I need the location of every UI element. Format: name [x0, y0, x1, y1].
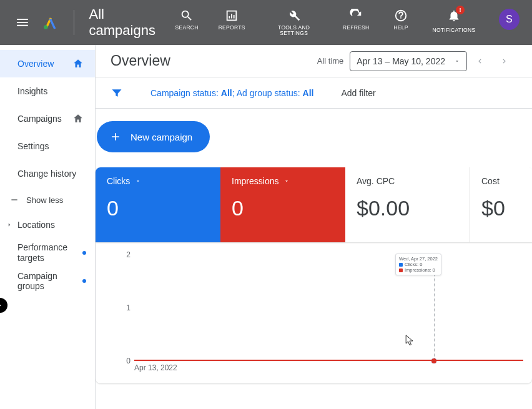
button-label: New campaign: [131, 132, 192, 142]
date-range-label: All time: [317, 56, 344, 66]
prev-period-button[interactable]: [467, 49, 492, 74]
scope-title[interactable]: All campaigns: [89, 6, 174, 39]
main-content: Overview All time Apr 13 – May 10, 2022 …: [96, 45, 532, 409]
sidebar: Overview Insights Campaigns Settings Cha…: [0, 45, 96, 409]
filter-chip[interactable]: Campaign status: All; Ad group status: A…: [150, 88, 313, 98]
scorecards: Clicks 0 Impressions 0 Avg. CPC: [96, 167, 532, 242]
topbar: All campaigns SEARCH REPORTS TOOLS AND S…: [0, 0, 532, 45]
home-icon: [72, 113, 84, 124]
x-start-label: Apr 13, 2022: [134, 363, 177, 372]
add-filter-button[interactable]: Add filter: [341, 88, 375, 98]
sidebar-item-label: Locations: [17, 220, 86, 230]
card-value: 0: [232, 196, 334, 220]
sidebar-item-label: Campaign groups: [17, 271, 82, 291]
refresh-icon: [349, 9, 363, 22]
hamburger-menu[interactable]: [15, 15, 30, 30]
chevron-right-icon: [500, 57, 509, 66]
tools-settings-tool[interactable]: TOOLS AND SETTINGS: [264, 9, 324, 37]
next-period-button[interactable]: [492, 49, 517, 74]
collapse-handle[interactable]: [0, 298, 7, 313]
sidebar-item-label: Change history: [17, 169, 84, 179]
scorecard-clicks[interactable]: Clicks 0: [96, 167, 220, 242]
y-tick: 2: [118, 250, 131, 259]
dropdown-icon: [454, 58, 460, 64]
reports-tool[interactable]: REPORTS: [219, 9, 245, 31]
help-icon: [394, 9, 408, 22]
card-value: $0: [481, 196, 521, 220]
sidebar-item-label: Performance targets: [17, 242, 82, 264]
sidebar-item-insights[interactable]: Insights: [0, 77, 95, 105]
tool-label: TOOLS AND SETTINGS: [264, 25, 324, 37]
series-line-impressions: [134, 360, 523, 361]
page-title: Overview: [111, 52, 170, 69]
filter-bar: Campaign status: All; Ad group status: A…: [96, 77, 532, 109]
google-ads-logo: [42, 14, 59, 31]
tool-label: REPORTS: [219, 25, 245, 31]
sidebar-item-label: Overview: [17, 59, 72, 69]
plus-icon: [109, 131, 122, 143]
tool-label: NOTIFICATIONS: [432, 27, 475, 33]
date-range-value: Apr 13 – May 10, 2022: [357, 56, 445, 66]
y-tick: 0: [118, 357, 131, 365]
dropdown-icon: [135, 178, 141, 184]
card-value: $0.00: [357, 196, 458, 220]
scorecard-cost[interactable]: Cost $0: [470, 167, 532, 242]
card-label: Clicks: [107, 176, 130, 186]
divider: [74, 10, 74, 35]
y-tick: 1: [118, 303, 131, 312]
search-icon: [180, 9, 194, 22]
show-less-toggle[interactable]: Show less: [0, 187, 95, 212]
tool-label: HELP: [393, 25, 408, 31]
chevron-left-icon: [475, 57, 484, 66]
wrench-icon: [287, 9, 301, 22]
sidebar-item-performance-targets[interactable]: Performance targets: [0, 237, 95, 269]
show-less-label: Show less: [26, 195, 63, 205]
sidebar-item-locations[interactable]: Locations: [0, 212, 95, 237]
dropdown-icon: [283, 178, 290, 184]
avatar[interactable]: S: [499, 9, 520, 30]
tool-label: SEARCH: [175, 25, 198, 31]
tool-label: REFRESH: [343, 25, 370, 31]
reports-icon: [225, 9, 239, 22]
sidebar-item-campaigns[interactable]: Campaigns: [0, 105, 95, 132]
card-label: Avg. CPC: [357, 176, 395, 186]
scorecard-impressions[interactable]: Impressions 0: [220, 167, 345, 242]
sidebar-item-label: Settings: [17, 141, 84, 151]
card-label: Impressions: [232, 176, 278, 186]
scorecard-avg-cpc[interactable]: Avg. CPC $0.00: [345, 167, 470, 242]
filter-icon[interactable]: [111, 87, 123, 99]
sidebar-item-label: Campaigns: [17, 114, 72, 124]
chart: 2 1 0 Apr 13, 2022 Wed, Apr 27, 2022 Cli…: [96, 244, 532, 383]
sidebar-item-label: Insights: [17, 86, 84, 96]
refresh-tool[interactable]: REFRESH: [343, 9, 369, 31]
blue-dot-icon: [82, 279, 86, 283]
date-range-picker[interactable]: Apr 13 – May 10, 2022: [350, 51, 467, 71]
caret-right-icon: [6, 222, 12, 228]
card-value: 0: [107, 196, 209, 220]
notifications-tool[interactable]: ! NOTIFICATIONS: [433, 9, 475, 33]
sidebar-item-overview[interactable]: Overview: [0, 50, 95, 77]
sidebar-item-settings[interactable]: Settings: [0, 132, 95, 160]
sidebar-item-change-history[interactable]: Change history: [0, 160, 95, 187]
blue-dot-icon: [82, 251, 86, 255]
home-icon: [72, 58, 84, 69]
minus-icon: [10, 195, 19, 204]
help-tool[interactable]: HELP: [388, 9, 414, 31]
search-tool[interactable]: SEARCH: [174, 9, 200, 31]
page-header: Overview All time Apr 13 – May 10, 2022: [96, 45, 532, 77]
chart-tooltip: Wed, Apr 27, 2022 Clicks: 0 Impressions:…: [395, 254, 441, 275]
tooltip-date: Wed, Apr 27, 2022: [399, 256, 438, 262]
notification-badge: !: [456, 6, 465, 14]
card-label: Cost: [481, 176, 500, 186]
svg-point-0: [44, 25, 47, 29]
sidebar-item-campaign-groups[interactable]: Campaign groups: [0, 269, 95, 293]
new-campaign-button[interactable]: New campaign: [97, 121, 210, 152]
